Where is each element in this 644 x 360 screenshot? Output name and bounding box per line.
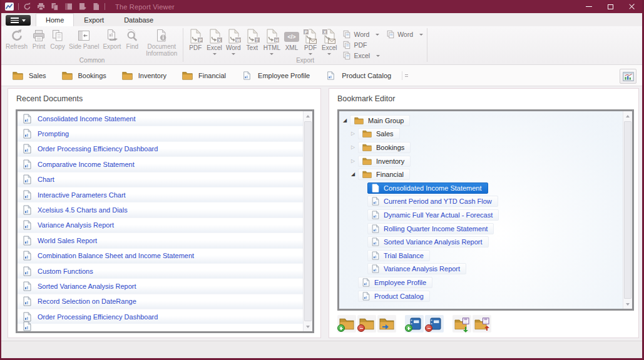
qat-refresh-icon[interactable]	[23, 2, 31, 11]
tree-node[interactable]: Financial	[339, 168, 623, 181]
tree-node-chip[interactable]: Sales	[358, 128, 400, 139]
qat-export-icon[interactable]	[78, 2, 86, 11]
minimize-button[interactable]	[578, 0, 600, 13]
export-button-pdf-email[interactable]: P PDF	[301, 28, 320, 55]
ribbon-button-side-panel[interactable]: Side Panel	[67, 28, 101, 51]
ribbon-button-refresh[interactable]: Refresh	[4, 28, 29, 51]
scrollbar-thumb[interactable]	[624, 121, 631, 299]
folder-tab-product-catalog[interactable]: Product Catalog	[319, 68, 401, 84]
export-button-pdf[interactable]: P PDF	[186, 28, 205, 55]
ribbon-button-document-information[interactable]: Document Information	[141, 28, 181, 57]
tree-node[interactable]: Employee Profile	[339, 276, 623, 289]
export-small-button-word-3[interactable]: Word	[386, 29, 423, 39]
tree-node-chip[interactable]: Trial Balance	[367, 250, 430, 261]
tree-node-chip[interactable]: Rolling Quarter Income Statement	[367, 223, 494, 234]
toolbar-grip[interactable]	[402, 71, 408, 80]
bookmark-toolbar-move-group[interactable]	[377, 315, 396, 332]
scrollbar-thumb[interactable]	[304, 121, 312, 321]
bookmark-toolbar-add-group[interactable]	[337, 315, 356, 332]
tree-node-chip[interactable]: Dynamic Full Year Actual - Forecast	[367, 209, 499, 221]
scrollbar[interactable]	[623, 111, 632, 309]
tree-node-chip[interactable]: Inventory	[358, 156, 411, 167]
tree-node-chip[interactable]: Main Group	[350, 115, 410, 126]
report-window-button[interactable]	[620, 69, 636, 84]
qat-document-icon[interactable]	[92, 2, 100, 11]
folder-tab-bookings[interactable]: Bookings	[56, 68, 116, 84]
application-menu-button[interactable]	[6, 15, 31, 26]
tree-node[interactable]: Inventory	[339, 154, 623, 168]
maximize-button[interactable]	[600, 0, 621, 13]
qat-print-icon[interactable]	[37, 2, 45, 11]
ribbon-button-print[interactable]: Print	[29, 28, 48, 51]
export-button-word[interactable]: W Word	[224, 28, 243, 55]
folder-tab-employee-profile[interactable]: Employee Profile	[235, 68, 319, 84]
scroll-up-icon[interactable]	[304, 111, 312, 121]
recent-document-link[interactable]: Xcelsius 4.5 Charts and Dials	[18, 202, 303, 218]
recent-document-link[interactable]: Sorted Variance Analysis Report	[18, 279, 303, 294]
tree-node[interactable]: Main Group	[339, 114, 623, 128]
tree-node[interactable]: Dynamic Full Year Actual - Forecast	[339, 208, 623, 222]
expander-icon[interactable]	[351, 145, 358, 150]
qat-side-panel-icon[interactable]	[64, 2, 73, 11]
recent-document-link[interactable]: Chart	[18, 172, 303, 188]
bookmark-toolbar-remove-bookmark[interactable]	[425, 315, 444, 332]
tree-node-chip[interactable]: Employee Profile	[358, 277, 432, 288]
recent-document-link[interactable]: Record Selection on DateRange	[18, 294, 303, 309]
export-small-button-word-2[interactable]: Word	[342, 29, 380, 39]
bookmark-toolbar-remove-group[interactable]	[357, 315, 376, 332]
scroll-down-icon[interactable]	[304, 322, 312, 331]
tree-node-chip[interactable]: Sorted Variance Analysis Report	[367, 236, 489, 248]
recent-document-link-partial[interactable]	[18, 324, 303, 331]
tree-node[interactable]: Sorted Variance Analysis Report	[339, 235, 623, 249]
recent-document-link[interactable]: Consolidated Income Statement	[18, 111, 303, 126]
tree-node[interactable]: Sales	[339, 128, 623, 141]
recent-document-link[interactable]: Order Processing Efficiency Dashboard	[18, 142, 303, 157]
export-button-text[interactable]: T Text	[243, 28, 262, 55]
recent-document-link[interactable]: Interactive Parameters Chart	[18, 188, 303, 202]
folder-tab-inventory[interactable]: Inventory	[116, 68, 176, 84]
recent-document-link[interactable]: Custom Functions	[18, 264, 303, 279]
ribbon-tab[interactable]: Home	[36, 13, 74, 26]
scroll-down-icon[interactable]	[623, 299, 632, 309]
export-button-xml[interactable]: </> XML	[282, 28, 301, 55]
tree-node-chip[interactable]: Product Catalog	[358, 291, 430, 302]
tree-node[interactable]: Consolidated Income Statement	[339, 181, 623, 195]
expander-icon[interactable]	[351, 131, 358, 136]
qat-copy-icon[interactable]	[51, 2, 59, 11]
folder-tab-sales[interactable]: Sales	[6, 68, 56, 84]
tree-node[interactable]: Rolling Quarter Income Statement	[339, 222, 623, 236]
export-small-button-pdf-2[interactable]: PDF	[342, 40, 380, 50]
tree-node-chip[interactable]: Variance Analysis Report	[367, 263, 466, 274]
tree-node[interactable]: Bookings	[339, 141, 623, 154]
recent-document-link[interactable]: Variance Analysis Report	[18, 218, 303, 233]
export-button-excel[interactable]: X Excel	[205, 28, 223, 55]
tree-node-chip[interactable]: Bookings	[358, 142, 411, 153]
ribbon-tab[interactable]: Database	[114, 13, 163, 26]
tree-node-chip[interactable]: Financial	[358, 169, 410, 180]
recent-document-link[interactable]: Combination Balance Sheet and Income Sta…	[18, 249, 303, 264]
recent-document-link[interactable]: Comparative Income Statement	[18, 157, 303, 172]
app-icon[interactable]	[5, 2, 14, 11]
recent-document-link[interactable]: Order Processing Efficiency Dashboard	[18, 309, 303, 324]
expander-icon[interactable]	[351, 159, 358, 164]
tree-node[interactable]: Variance Analysis Report	[339, 262, 623, 276]
tree-node[interactable]: Trial Balance	[339, 249, 623, 262]
expander-icon[interactable]	[351, 172, 358, 177]
tree-node-chip[interactable]: Consolidated Income Statement	[367, 182, 488, 194]
close-button[interactable]	[621, 0, 642, 13]
expander-icon[interactable]	[343, 118, 350, 123]
recent-document-link[interactable]: Prompting	[18, 126, 303, 141]
ribbon-button-copy[interactable]: Copy	[48, 28, 67, 51]
tree-node[interactable]: Product Catalog	[339, 289, 623, 303]
tree-node-chip[interactable]: Current Period and YTD Cash Flow	[367, 196, 498, 207]
folder-tab-financial[interactable]: Financial	[176, 68, 235, 84]
scrollbar[interactable]	[303, 111, 312, 331]
export-button-excel-email[interactable]: X Excel	[320, 28, 339, 55]
bookmark-toolbar-export-bookmarks[interactable]	[473, 315, 491, 332]
ribbon-button-find[interactable]: Find	[123, 28, 141, 51]
bookmark-toolbar-import-bookmarks[interactable]	[452, 315, 471, 332]
export-button-html[interactable]: H HTML	[262, 28, 282, 55]
ribbon-tab[interactable]: Export	[74, 13, 114, 26]
scroll-up-icon[interactable]	[623, 111, 632, 121]
recent-document-link[interactable]: World Sales Report	[18, 233, 303, 248]
